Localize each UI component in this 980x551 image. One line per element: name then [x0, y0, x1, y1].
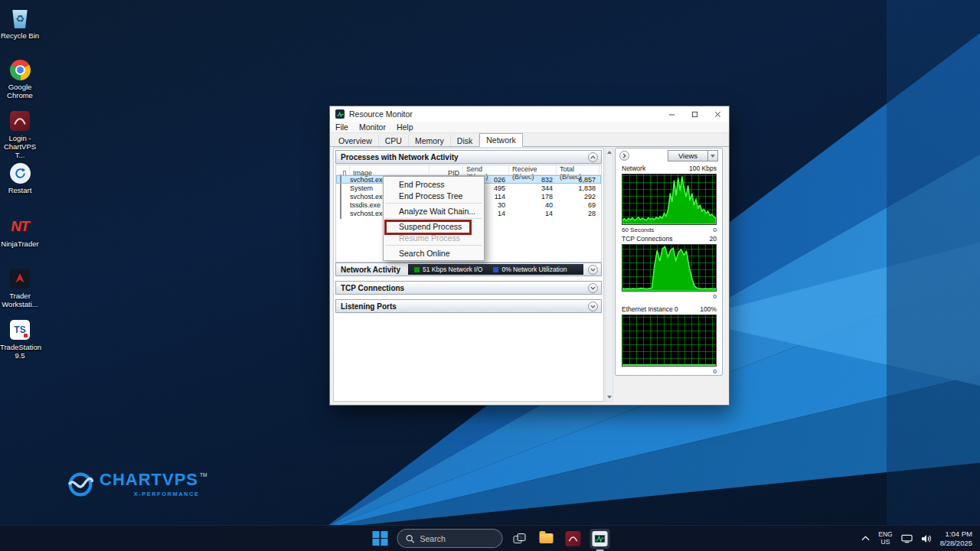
- taskbar-search[interactable]: [397, 529, 503, 548]
- views-dropdown[interactable]: Views: [668, 150, 718, 161]
- menu-separator: [385, 245, 482, 246]
- desktop-icon-label: Login - ChartVPS T...: [0, 135, 40, 160]
- chartvps-watermark: CHARTVPS TM X-PERFORMANCE: [67, 471, 207, 497]
- utilization-label: 0% Network Utilization: [501, 266, 567, 273]
- file-explorer-button[interactable]: [537, 529, 557, 549]
- chevron-up-icon[interactable]: [588, 152, 598, 162]
- desktop-icon-chartvps-login[interactable]: Login - ChartVPS T...: [0, 109, 40, 160]
- taskbar: ENG US 1:04 PM 8/28/2025: [0, 525, 980, 551]
- chevron-right-icon[interactable]: [619, 151, 629, 161]
- desktop-icon-restart[interactable]: Restart: [0, 161, 40, 195]
- io-status-swatch: [414, 267, 420, 272]
- graph-min-label: 0: [714, 293, 717, 300]
- tab-overview[interactable]: Overview: [332, 135, 379, 146]
- tab-cpu[interactable]: CPU: [379, 135, 409, 146]
- window-title: Resource Monitor: [349, 109, 413, 119]
- process-total: 69: [557, 201, 599, 209]
- menu-item-suspend-process[interactable]: Suspend Process: [384, 220, 484, 232]
- chartvps-login-icon: [7, 109, 33, 133]
- start-button[interactable]: [371, 529, 390, 549]
- tradestation-icon: TS: [7, 318, 33, 342]
- language-indicator[interactable]: ENG US: [878, 531, 892, 546]
- network-activity-stats: 51 Kbps Network I/O 0% Network Utilizati…: [408, 264, 583, 275]
- task-view-button[interactable]: [510, 529, 530, 549]
- show-hidden-icons-chevron[interactable]: [861, 536, 870, 541]
- network-graph: [622, 174, 717, 225]
- network-activity-section-header[interactable]: Network Activity 51 Kbps Network I/O 0% …: [335, 262, 602, 276]
- section-title: Network Activity: [341, 266, 400, 274]
- brand-tagline: X-PERFORMANCE: [134, 491, 200, 497]
- minimize-button[interactable]: [660, 106, 683, 122]
- process-receive: 40: [509, 201, 557, 209]
- menu-item-search-online[interactable]: Search Online: [384, 247, 484, 259]
- trader-workstation-icon: [7, 266, 33, 291]
- maximize-button[interactable]: [683, 106, 706, 122]
- tab-memory[interactable]: Memory: [409, 135, 451, 146]
- desktop-icon-label: Trader Workstati...: [0, 292, 40, 309]
- volume-icon[interactable]: [921, 534, 932, 543]
- chartvps-app-button[interactable]: [564, 529, 583, 549]
- graph-scale-label: 100 Kbps: [689, 165, 717, 172]
- desktop-icon-google-chrome[interactable]: Google Chrome: [0, 57, 40, 100]
- graph-scale-label: 100%: [700, 305, 717, 313]
- graph-scale-label: 20: [710, 235, 717, 243]
- desktop-icon-ninjatrader[interactable]: NT NinjaTrader: [0, 214, 40, 249]
- desktop-icon-label: Google Chrome: [0, 83, 40, 100]
- chevron-down-icon[interactable]: [588, 283, 598, 293]
- tab-disk[interactable]: Disk: [451, 135, 479, 146]
- resource-monitor-icon: [593, 531, 608, 546]
- titlebar[interactable]: Resource Monitor: [330, 106, 729, 122]
- process-receive: 832: [509, 176, 557, 184]
- network-icon[interactable]: [901, 534, 913, 543]
- process-total: 6,857: [557, 176, 599, 184]
- resource-monitor-taskbar-button[interactable]: [590, 529, 610, 549]
- menu-help[interactable]: Help: [391, 122, 419, 132]
- processes-section-header[interactable]: Processes with Network Activity: [335, 150, 602, 164]
- tab-network[interactable]: Network: [479, 133, 523, 147]
- close-button[interactable]: [706, 106, 729, 122]
- search-input[interactable]: [420, 534, 489, 543]
- chrome-icon: [7, 57, 33, 82]
- menu-item-end-process[interactable]: End Process: [384, 178, 484, 190]
- graph-min-label: 0: [714, 227, 717, 233]
- row-checkbox[interactable]: [340, 208, 341, 219]
- search-icon: [406, 534, 415, 543]
- desktop-icon-recycle-bin[interactable]: ♻ Recycle Bin: [0, 6, 40, 41]
- views-label: Views: [668, 152, 707, 160]
- chevron-down-icon[interactable]: [588, 302, 598, 311]
- menu-item-analyze-wait-chain[interactable]: Analyze Wait Chain...: [384, 205, 484, 217]
- resource-monitor-icon: [335, 109, 345, 119]
- network-graph-footer: 60 Seconds 0: [622, 227, 717, 233]
- desktop-icon-trader-workstation[interactable]: Trader Workstati...: [0, 266, 40, 309]
- menu-file[interactable]: File: [330, 122, 354, 132]
- tcp-connections-section-header[interactable]: TCP Connections: [335, 281, 602, 295]
- desktop: ♻ Recycle Bin Google Chrome Login - Char…: [0, 0, 980, 551]
- clock[interactable]: 1:04 PM 8/28/2025: [940, 530, 972, 548]
- tcp-graph: [622, 244, 717, 292]
- menu-monitor[interactable]: Monitor: [354, 122, 391, 132]
- menu-item-end-process-tree[interactable]: End Process Tree: [384, 190, 484, 201]
- process-receive: 344: [509, 184, 557, 192]
- section-title: TCP Connections: [341, 284, 404, 292]
- listening-ports-section-header[interactable]: Listening Ports: [335, 299, 602, 313]
- process-total: 292: [557, 193, 599, 201]
- process-receive: 14: [509, 210, 557, 217]
- date: 8/28/2025: [940, 539, 972, 548]
- ethernet-graph-footer: 0: [622, 368, 717, 375]
- scroll-down-arrow[interactable]: [606, 393, 612, 401]
- section-title: Listening Ports: [341, 302, 397, 311]
- desktop-icon-tradestation[interactable]: TS TradeStation 9.5: [0, 318, 40, 360]
- charts-panel: Views Network 100 Kbps 60 Seconds 0 TCP …: [615, 148, 723, 376]
- menu-item-resume-process: Resume Process: [384, 232, 484, 243]
- chevron-down-icon[interactable]: [588, 265, 598, 275]
- graph-title: Ethernet Instance 0: [622, 305, 678, 313]
- process-total: 1,838: [557, 184, 599, 192]
- scroll-up-arrow[interactable]: [606, 148, 612, 156]
- tcp-graph-footer: 0: [622, 293, 717, 300]
- tcp-graph-header: TCP Connections 20: [622, 235, 717, 243]
- vertical-scrollbar[interactable]: [605, 148, 613, 402]
- time: 1:04 PM: [940, 530, 972, 539]
- trademark: TM: [200, 472, 207, 478]
- chartvps-logo-icon: [67, 471, 93, 497]
- graph-title: TCP Connections: [622, 235, 672, 243]
